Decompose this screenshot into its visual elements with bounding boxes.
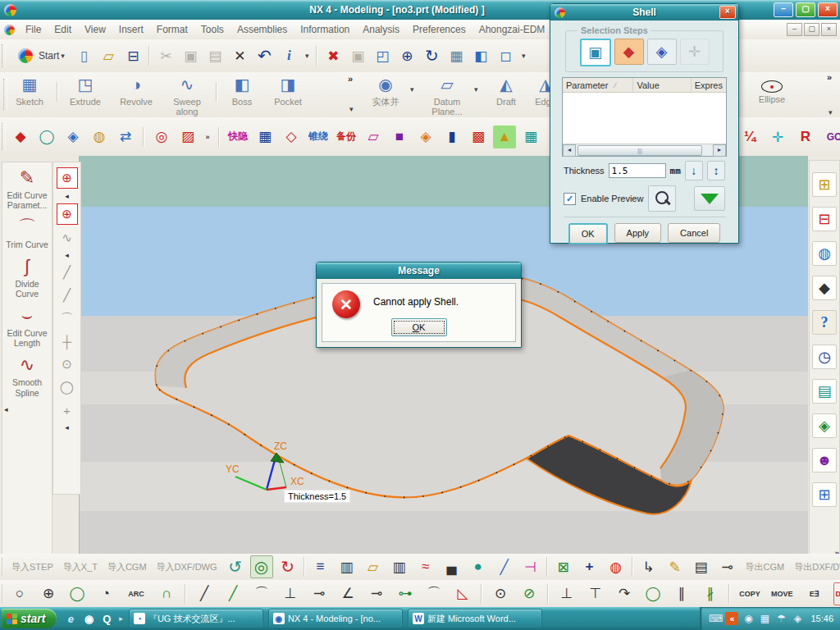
arch-profile-icon[interactable]: ∩: [155, 582, 178, 605]
display-mode-icon[interactable]: ◻: [494, 44, 517, 67]
draft-button[interactable]: ◭ Draft: [486, 75, 527, 116]
ime-keyboard-icon[interactable]: ⌨: [709, 612, 722, 625]
rect-diagonal-icon[interactable]: ◺: [451, 582, 474, 605]
scrollbar-thumb[interactable]: |||: [578, 145, 702, 156]
delete-icon[interactable]: ✕: [228, 44, 251, 67]
sketch-button[interactable]: ▦ Sketch: [7, 75, 52, 116]
edit-curve-length[interactable]: ⌣ Edit Curve Length: [2, 304, 52, 348]
information-icon[interactable]: i: [277, 44, 300, 67]
message-dialog-titlebar[interactable]: Message: [317, 262, 521, 279]
ellipse-slash-icon[interactable]: ⊘: [518, 582, 541, 605]
folder-export-icon[interactable]: ▱: [362, 555, 385, 578]
cylinder-circle-icon[interactable]: ◯: [35, 126, 58, 148]
offset-parallel-icon[interactable]: ∦: [699, 582, 722, 605]
circle-tangent-icon[interactable]: ◯: [66, 582, 89, 605]
agent-ball-icon[interactable]: ◉: [742, 612, 755, 625]
menu-item[interactable]: Edit: [48, 21, 78, 38]
arc-tangent-icon[interactable]: ⌒: [422, 582, 445, 605]
assistant-tools-icon[interactable]: ◈: [812, 413, 837, 438]
solid-cube-icon[interactable]: ◆: [9, 126, 32, 148]
mdi-restore-button[interactable]: ▢: [804, 23, 819, 36]
overflow-chevron-icon[interactable]: »: [348, 74, 353, 84]
perpendicular-line-icon[interactable]: ⊥: [279, 582, 302, 605]
start-menu-button[interactable]: Start ▾: [11, 47, 72, 65]
divide-curve[interactable]: ∫ Divide Curve: [2, 254, 52, 299]
cone-wrap-icon[interactable]: 锥绕: [306, 126, 331, 148]
copy-objects-icon[interactable]: ▥: [336, 555, 358, 578]
chevron-down-icon[interactable]: ▾: [410, 85, 414, 94]
quick-hide-icon[interactable]: 快隐: [226, 126, 250, 148]
ie-browser-icon[interactable]: e: [63, 611, 78, 626]
window-layout-icon[interactable]: ⊞: [812, 482, 837, 507]
open-icon[interactable]: ▱: [97, 44, 120, 67]
thickness-input[interactable]: [609, 163, 666, 178]
zoom-nofit-icon[interactable]: ▣: [346, 44, 369, 67]
copy-icon[interactable]: ▣: [179, 44, 202, 67]
circle-center-icon[interactable]: ⊕: [37, 582, 60, 605]
menu-item[interactable]: Analysis: [356, 21, 406, 38]
menu-item[interactable]: File: [19, 21, 48, 38]
network-icon[interactable]: ◈: [791, 612, 804, 625]
task-word-doc[interactable]: W 新建 Microsoft Word...: [408, 609, 542, 628]
swap-bodies-icon[interactable]: ⇄: [114, 126, 137, 148]
pan-view-icon[interactable]: ▦: [445, 44, 468, 67]
history-clock-icon[interactable]: ◷: [812, 345, 837, 369]
menu-item[interactable]: Preferences: [406, 21, 472, 38]
extrude-button[interactable]: ◳ Extrude: [61, 75, 110, 116]
exclude-box-icon[interactable]: ⊠: [552, 555, 575, 578]
rotate-ref-icon[interactable]: ↻: [276, 555, 299, 578]
mdi-close-button[interactable]: ×: [821, 23, 837, 36]
radius-tool-icon[interactable]: R: [794, 126, 817, 148]
training-cap-icon[interactable]: ◆: [812, 276, 837, 300]
chain-curve-icon[interactable]: ∿: [57, 228, 77, 248]
undo-icon[interactable]: ↶: [253, 44, 276, 67]
angle-line-icon[interactable]: ∠: [336, 582, 359, 605]
shell-dialog-close-button[interactable]: ×: [719, 6, 736, 19]
scroll-left-button[interactable]: ◂: [563, 144, 576, 157]
arc-flyout-icon[interactable]: ◔: [94, 582, 117, 605]
snap-point-icon[interactable]: ⊕: [57, 203, 78, 225]
csys-triad-icon[interactable]: ↳: [637, 555, 660, 578]
task-ug-forum[interactable]: ◔ 『UG 技术交流区』...: [129, 609, 263, 628]
step-alternate-thickness-button[interactable]: ◈: [647, 39, 677, 65]
flyout-arrow-icon[interactable]: ◂: [57, 423, 77, 431]
drag-tool-icon[interactable]: DRAG: [833, 582, 840, 605]
collapse-tray-icon[interactable]: «: [725, 612, 738, 625]
basic-line-icon[interactable]: ╱: [193, 582, 216, 605]
help-icon[interactable]: ?: [812, 310, 837, 335]
revolve-button[interactable]: ◑ Revolve: [112, 75, 161, 116]
mdi-minimize-button[interactable]: –: [787, 23, 802, 36]
display-settings-icon[interactable]: ▦: [758, 612, 771, 625]
import-cgm-button[interactable]: 导入CGM: [107, 561, 147, 573]
circle-icon[interactable]: ○: [8, 582, 31, 605]
overflow-chevron-icon[interactable]: »: [203, 126, 212, 148]
enable-preview-checkbox[interactable]: ✓: [564, 193, 576, 205]
move-tool-icon[interactable]: MOVE: [769, 582, 796, 605]
line-circle-icon[interactable]: ⌒: [250, 582, 273, 605]
sweep-along-button[interactable]: ∿ Sweep along: [162, 75, 212, 116]
unite-solid-button[interactable]: ◉ 实体并: [361, 75, 410, 116]
cancel-button[interactable]: Cancel: [668, 223, 720, 243]
chevron-down-icon[interactable]: ▾: [349, 105, 354, 113]
diamond-outline-icon[interactable]: ◇: [280, 126, 303, 148]
cut-icon[interactable]: ✂: [154, 44, 177, 67]
export-dxf-dwg-button[interactable]: 导出DXF/DWG: [794, 561, 840, 573]
dropdown-caret-icon[interactable]: ▾: [302, 44, 312, 67]
circle-center-tool-icon[interactable]: ⊙: [57, 354, 77, 374]
go-icon[interactable]: GO: [822, 126, 840, 148]
snap-pick-icon[interactable]: ◎: [250, 555, 273, 578]
line-point-tool-icon[interactable]: ╱: [57, 285, 77, 305]
toolbar-grip[interactable]: [2, 584, 3, 603]
snap-filter-icon[interactable]: ⊕: [57, 167, 78, 189]
menu-item[interactable]: Insert: [112, 21, 150, 38]
copy-tool-icon[interactable]: COPY: [737, 582, 763, 605]
sketch-sheet-icon[interactable]: ▨: [176, 126, 199, 148]
step-inactive-button[interactable]: ✛: [680, 39, 710, 65]
circle-radius-icon[interactable]: ⊙: [489, 582, 512, 605]
minimize-button[interactable]: –: [774, 2, 793, 17]
fit-view-icon[interactable]: ✖: [322, 44, 345, 67]
import-step-button[interactable]: 导入STEP: [11, 561, 53, 573]
grid-cross-icon[interactable]: ▦: [253, 126, 276, 148]
ship-section-icon[interactable]: ▄: [441, 555, 463, 578]
cross-curve-tool-icon[interactable]: ┼: [57, 331, 77, 351]
